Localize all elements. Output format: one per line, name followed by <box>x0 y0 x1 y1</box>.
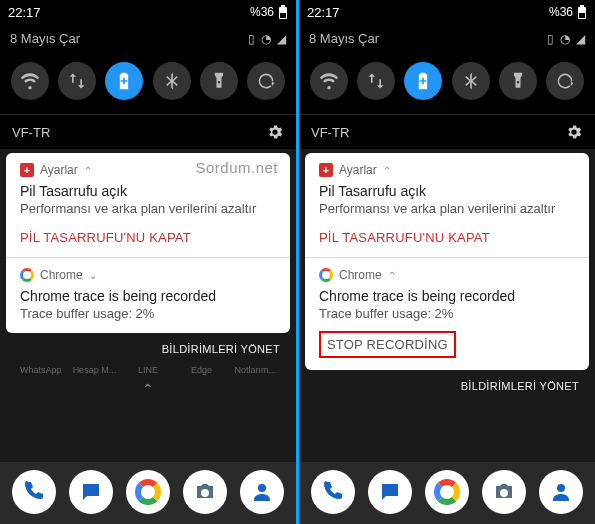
battery-icon <box>278 5 288 19</box>
chrome-notif-header: Chrome ⌄ <box>20 268 276 282</box>
date-text: 8 Mayıs Çar <box>309 31 379 46</box>
chrome-app[interactable] <box>425 470 469 514</box>
contacts-app[interactable] <box>539 470 583 514</box>
clock: 22:17 <box>8 5 41 20</box>
notification-area: Sordum.net + Ayarlar ⌃ Pil Tasarrufu açı… <box>0 149 296 399</box>
flashlight-tile[interactable] <box>200 62 238 100</box>
settings-app-icon: + <box>319 163 333 177</box>
phone-app[interactable] <box>311 470 355 514</box>
svg-rect-1 <box>281 5 285 7</box>
rotate-tile[interactable] <box>546 62 584 100</box>
notif-body: Performansı ve arka plan verilerini azal… <box>319 201 575 216</box>
date-text: 8 Mayıs Çar <box>10 31 80 46</box>
manage-notifications[interactable]: BİLDİRİMLERİ YÖNET <box>305 374 589 396</box>
camera-app[interactable] <box>183 470 227 514</box>
dock <box>0 462 296 524</box>
battery-saver-tile[interactable] <box>404 62 442 100</box>
date-bar: 8 Mayıs Çar ▯◔◢ <box>299 24 595 52</box>
chrome-app-name: Chrome <box>40 268 83 282</box>
date-bar: 8 Mayıs Çar ▯◔◢ <box>0 24 296 52</box>
manage-notifications[interactable]: BİLDİRİMLERİ YÖNET <box>6 337 290 359</box>
clock: 22:17 <box>307 5 340 20</box>
battery-percent: %36 <box>549 5 573 19</box>
bluetooth-tile[interactable] <box>452 62 490 100</box>
notif-title: Pil Tasarrufu açık <box>20 183 276 199</box>
svg-rect-5 <box>580 5 584 7</box>
bluetooth-tile[interactable] <box>153 62 191 100</box>
notif-header: + Ayarlar ⌃ <box>319 163 575 177</box>
dock <box>299 462 595 524</box>
messages-app[interactable] <box>368 470 412 514</box>
mini-status-icons: ▯◔◢ <box>242 31 286 46</box>
svg-rect-2 <box>280 13 286 18</box>
chrome-app-name: Chrome <box>339 268 382 282</box>
carrier-row: VF-TR <box>0 114 296 149</box>
data-tile[interactable] <box>357 62 395 100</box>
contacts-app[interactable] <box>240 470 284 514</box>
notif-body: Performansı ve arka plan verilerini azal… <box>20 201 276 216</box>
screenshot-right: 22:17 %36 8 Mayıs Çar ▯◔◢ VF-TR + Ayarla… <box>299 0 595 524</box>
chrome-notif-body: Trace buffer usage: 2% <box>319 306 575 321</box>
gear-icon[interactable] <box>266 123 284 141</box>
chrome-notif-body: Trace buffer usage: 2% <box>20 306 276 321</box>
status-bar: 22:17 %36 <box>299 0 595 24</box>
turn-off-battery-saver-action[interactable]: PİL TASARRUFU'NU KAPAT <box>20 230 276 245</box>
background-app-labels: WhatsApp Hesap M... LINE Edge Notlarım..… <box>6 363 290 375</box>
notif-app-name: Ayarlar <box>339 163 377 177</box>
chrome-notif-header: Chrome ⌃ <box>319 268 575 282</box>
notif-title: Pil Tasarrufu açık <box>319 183 575 199</box>
svg-point-3 <box>258 484 266 492</box>
carrier-name: VF-TR <box>12 125 50 140</box>
chrome-app-icon <box>319 268 333 282</box>
rotate-tile[interactable] <box>247 62 285 100</box>
notif-header: + Ayarlar ⌃ <box>20 163 276 177</box>
chevron-up-icon[interactable]: ⌃ <box>388 270 396 281</box>
gear-icon[interactable] <box>565 123 583 141</box>
chrome-app[interactable] <box>126 470 170 514</box>
battery-percent: %36 <box>250 5 274 19</box>
wifi-tile[interactable] <box>11 62 49 100</box>
mini-status-icons: ▯◔◢ <box>541 31 585 46</box>
app-drawer-caret[interactable]: ⌃ <box>6 379 290 399</box>
svg-point-7 <box>557 484 565 492</box>
chrome-app-icon <box>20 268 34 282</box>
messages-app[interactable] <box>69 470 113 514</box>
notif-app-name: Ayarlar <box>40 163 78 177</box>
notification-area: + Ayarlar ⌃ Pil Tasarrufu açık Performan… <box>299 149 595 396</box>
data-tile[interactable] <box>58 62 96 100</box>
carrier-row: VF-TR <box>299 114 595 149</box>
chrome-notif-title: Chrome trace is being recorded <box>20 288 276 304</box>
carrier-name: VF-TR <box>311 125 349 140</box>
wifi-tile[interactable] <box>310 62 348 100</box>
screenshot-left: 22:17 %36 8 Mayıs Çar ▯◔◢ VF-TR Sordum.n… <box>0 0 296 524</box>
battery-saver-tile[interactable] <box>105 62 143 100</box>
divider <box>6 257 290 258</box>
settings-app-icon: + <box>20 163 34 177</box>
turn-off-battery-saver-action[interactable]: PİL TASARRUFU'NU KAPAT <box>319 230 575 245</box>
chrome-notif-title: Chrome trace is being recorded <box>319 288 575 304</box>
divider <box>305 257 589 258</box>
camera-app[interactable] <box>482 470 526 514</box>
chevron-down-icon[interactable]: ⌄ <box>89 270 97 281</box>
settings-notification[interactable]: + Ayarlar ⌃ Pil Tasarrufu açık Performan… <box>305 153 589 370</box>
status-bar: 22:17 %36 <box>0 0 296 24</box>
battery-icon <box>577 5 587 19</box>
chevron-up-icon[interactable]: ⌃ <box>84 165 92 176</box>
flashlight-tile[interactable] <box>499 62 537 100</box>
chevron-up-icon[interactable]: ⌃ <box>383 165 391 176</box>
phone-app[interactable] <box>12 470 56 514</box>
quick-settings <box>299 52 595 114</box>
svg-rect-6 <box>579 13 585 18</box>
settings-notification[interactable]: + Ayarlar ⌃ Pil Tasarrufu açık Performan… <box>6 153 290 333</box>
stop-recording-action[interactable]: STOP RECORDİNG <box>319 331 456 358</box>
quick-settings <box>0 52 296 114</box>
